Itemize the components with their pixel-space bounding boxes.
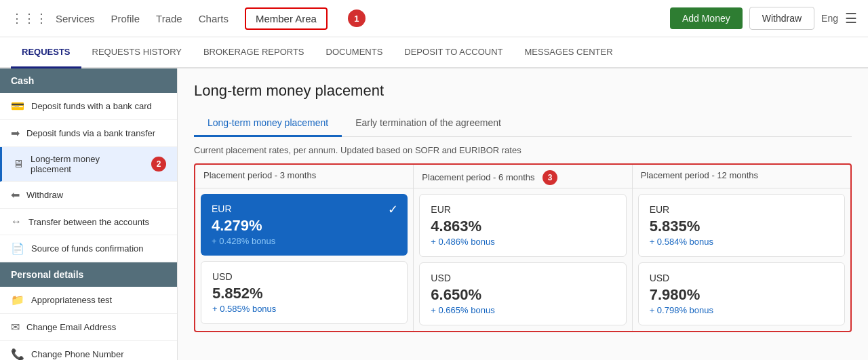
bonus-usd-12m: + 0.798% bonus [650,305,833,315]
sidebar-appropriateness-label: Appropriateness test [31,295,112,305]
rate-usd-3m: 5.852% [212,285,396,302]
page-title: Long-term money placement [194,82,852,100]
sidebar-long-term-badge: 2 [151,157,166,172]
subnav-messages[interactable]: MESSAGES CENTER [514,37,624,68]
sidebar: Cash 💳 Deposit funds with a bank card ➡ … [0,68,178,360]
personal-section-header: Personal details [0,262,177,287]
sidebar-deposit-transfer[interactable]: ➡ Deposit funds via a bank transfer [0,120,177,147]
subnav-requests-history[interactable]: REQUESTS HISTORY [81,37,193,68]
card-eur-12m[interactable]: EUR 5.835% + 0.584% bonus [638,194,845,257]
sidebar-long-term-label: Long-term money placement [31,154,142,174]
rate-eur-3m: 4.279% [212,217,397,235]
top-navigation: ⋮⋮⋮ Services Profile Trade Charts Member… [0,0,868,37]
credit-card-icon: 💳 [11,100,24,113]
bonus-usd-6m: + 0.665% bonus [431,305,614,315]
folder-icon: 📁 [11,294,24,306]
monitor-icon: 🖥 [13,158,24,170]
phone-icon: 📞 [11,348,24,360]
sidebar-transfer-label: Transfer between the accounts [28,217,149,227]
rate-eur-12m: 5.835% [650,218,833,235]
nav-right: Add Money Withdraw Eng ☰ [670,7,857,30]
period-header-3m: Placement period - 3 months [195,165,414,188]
subnav-documents[interactable]: DOCUMENTS [315,37,394,68]
col-12m: EUR 5.835% + 0.584% bonus USD 7.980% + 0… [633,188,850,331]
sidebar-transfer[interactable]: ↔ Transfer between the accounts [0,209,177,235]
card-eur-3m[interactable]: ✓ EUR 4.279% + 0.428% bonus [201,194,408,256]
currency-eur-12m: EUR [650,204,833,215]
sidebar-change-phone[interactable]: 📞 Change Phone Number [0,341,177,360]
bonus-eur-12m: + 0.584% bonus [650,237,833,247]
hamburger-icon[interactable]: ☰ [845,10,857,26]
grid-icon: ⋮⋮⋮ [11,11,47,26]
currency-eur-3m: EUR [212,203,397,214]
placement-cards: ✓ EUR 4.279% + 0.428% bonus USD 5.852% +… [195,188,850,331]
sidebar-deposit-card-label: Deposit funds with a bank card [31,101,152,111]
rate-eur-6m: 4.863% [431,218,614,235]
tab-long-term[interactable]: Long-term money placement [194,111,342,137]
card-eur-6m[interactable]: EUR 4.863% + 0.486% bonus [419,194,626,257]
bank-transfer-icon: ➡ [11,127,20,140]
tab-early-termination[interactable]: Early termination of the agreement [342,111,515,137]
bonus-eur-6m: + 0.486% bonus [431,237,614,247]
periods-header: Placement period - 3 months Placement pe… [195,165,850,188]
email-icon: ✉ [11,321,20,334]
currency-usd-12m: USD [650,273,833,283]
withdraw-button[interactable]: Withdraw [749,7,814,30]
withdraw-icon: ⬅ [11,188,20,201]
col-3m: ✓ EUR 4.279% + 0.428% bonus USD 5.852% +… [195,188,414,331]
bonus-eur-3m: + 0.428% bonus [212,236,397,246]
check-icon: ✓ [388,202,398,217]
card-usd-6m[interactable]: USD 6.650% + 0.665% bonus [419,262,626,325]
nav-charts[interactable]: Charts [199,2,229,35]
sub-navigation: REQUESTS REQUESTS HISTORY BROKERAGE REPO… [0,37,868,68]
currency-usd-6m: USD [431,273,614,283]
badge-3: 3 [542,170,557,185]
nav-items: Services Profile Trade Charts Member Are… [56,2,670,35]
member-area-badge: 1 [348,9,366,27]
period-header-12m: Placement period - 12 months [633,165,850,188]
transfer-icon: ↔ [11,216,22,228]
subnav-deposit[interactable]: DEPOSIT TO ACCOUNT [393,37,513,68]
col-6m: EUR 4.863% + 0.486% bonus USD 6.650% + 0… [414,188,632,331]
sidebar-change-phone-label: Change Phone Number [31,349,124,359]
placement-grid: Placement period - 3 months Placement pe… [194,163,852,332]
document-icon: 📄 [11,242,24,255]
currency-eur-6m: EUR [431,204,614,215]
sidebar-deposit-transfer-label: Deposit funds via a bank transfer [26,128,155,138]
rate-usd-6m: 6.650% [431,286,614,304]
subnav-requests[interactable]: REQUESTS [11,37,81,68]
add-money-button[interactable]: Add Money [670,7,743,29]
card-usd-12m[interactable]: USD 7.980% + 0.798% bonus [638,262,845,325]
nav-services[interactable]: Services [56,2,95,35]
tabs-row: Long-term money placement Early terminat… [194,111,852,137]
cash-section-header: Cash [0,68,177,93]
subnav-brokerage-reports[interactable]: BROKERAGE REPORTS [193,37,315,68]
sidebar-source-funds[interactable]: 📄 Source of funds confirmation [0,235,177,262]
sidebar-long-term[interactable]: 🖥 Long-term money placement 2 [0,147,177,182]
sidebar-appropriateness[interactable]: 📁 Appropriateness test [0,287,177,314]
rates-note: Current placement rates, per annum. Upda… [194,145,852,155]
sidebar-change-email-label: Change Email Address [26,322,116,332]
sidebar-withdraw-label: Withdraw [26,190,63,200]
card-usd-3m[interactable]: USD 5.852% + 0.585% bonus [201,261,408,324]
period-header-6m: Placement period - 6 months 3 [414,165,632,188]
sidebar-change-email[interactable]: ✉ Change Email Address [0,314,177,341]
rate-usd-12m: 7.980% [650,286,833,304]
main-layout: Cash 💳 Deposit funds with a bank card ➡ … [0,68,868,360]
bonus-usd-3m: + 0.585% bonus [212,304,396,314]
sidebar-withdraw[interactable]: ⬅ Withdraw [0,182,177,209]
language-selector[interactable]: Eng [821,13,838,24]
main-content: Long-term money placement Long-term mone… [178,68,868,360]
nav-member-area[interactable]: Member Area [245,7,328,30]
currency-usd-3m: USD [212,271,396,282]
sidebar-source-funds-label: Source of funds confirmation [31,243,143,254]
nav-profile[interactable]: Profile [111,2,140,35]
nav-trade[interactable]: Trade [156,2,182,35]
sidebar-deposit-card[interactable]: 💳 Deposit funds with a bank card [0,93,177,120]
